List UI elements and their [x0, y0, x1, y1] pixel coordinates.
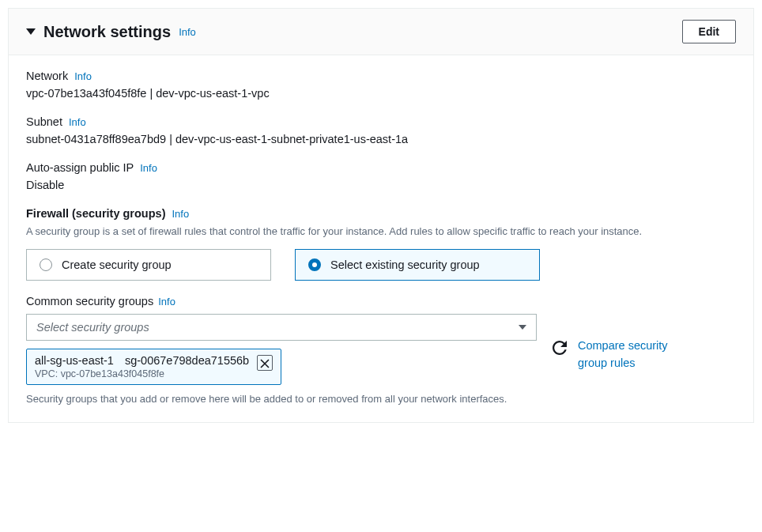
- sg-side-actions: Compare security group rules: [553, 314, 696, 372]
- firewall-info-link[interactable]: Info: [172, 208, 189, 220]
- edit-button[interactable]: Edit: [682, 20, 736, 43]
- compare-sg-rules-link[interactable]: Compare security group rules: [578, 338, 696, 372]
- public-ip-info-link[interactable]: Info: [140, 162, 157, 174]
- sg-select-row: Select security groups all-sg-us-east-1 …: [26, 314, 736, 405]
- panel-body: Network Info vpc-07be13a43f045f8fe | dev…: [9, 55, 753, 422]
- firewall-field: Firewall (security groups) Info A securi…: [26, 207, 736, 281]
- close-icon: [260, 359, 270, 368]
- select-existing-sg-label: Select existing security group: [330, 258, 480, 271]
- refresh-icon[interactable]: [553, 341, 567, 355]
- create-sg-label: Create security group: [62, 258, 172, 271]
- select-existing-sg-radio[interactable]: Select existing security group: [295, 249, 540, 281]
- sg-select-placeholder: Select security groups: [36, 321, 149, 334]
- sg-chip-remove-button[interactable]: [257, 355, 273, 371]
- sg-helper-text: Security groups that you add or remove h…: [26, 393, 537, 405]
- network-label: Network: [26, 70, 68, 82]
- panel-header: Network settings Info Edit: [9, 9, 753, 55]
- public-ip-value: Disable: [26, 179, 736, 191]
- network-settings-panel: Network settings Info Edit Network Info …: [8, 8, 754, 423]
- firewall-description: A security group is a set of firewall ru…: [26, 224, 736, 240]
- panel-title: Network settings: [43, 23, 171, 41]
- sg-select-dropdown[interactable]: Select security groups: [26, 314, 537, 341]
- collapse-caret-icon[interactable]: [26, 28, 36, 35]
- sg-chip: all-sg-us-east-1 sg-0067e798dea71556b VP…: [26, 349, 281, 385]
- create-sg-radio[interactable]: Create security group: [26, 249, 271, 281]
- sg-chip-id: sg-0067e798dea71556b: [125, 354, 249, 367]
- common-sg-info-link[interactable]: Info: [158, 296, 175, 308]
- panel-title-wrap: Network settings Info: [26, 23, 196, 41]
- sg-chip-vpc: VPC: vpc-07be13a43f045f8fe: [35, 368, 249, 379]
- firewall-label: Firewall (security groups): [26, 207, 165, 220]
- network-value: vpc-07be13a43f045f8fe | dev-vpc-us-east-…: [26, 87, 736, 100]
- subnet-label: Subnet: [26, 115, 62, 128]
- sg-chip-name: all-sg-us-east-1: [35, 354, 114, 367]
- subnet-value: subnet-0431a78ff89ea7bd9 | dev-vpc-us-ea…: [26, 133, 736, 145]
- subnet-info-link[interactable]: Info: [69, 116, 86, 128]
- common-sg-label: Common security groups: [26, 295, 153, 308]
- network-info-link[interactable]: Info: [74, 70, 92, 82]
- public-ip-field: Auto-assign public IP Info Disable: [26, 161, 736, 191]
- header-info-link[interactable]: Info: [179, 26, 196, 38]
- network-field: Network Info vpc-07be13a43f045f8fe | dev…: [26, 70, 736, 100]
- radio-icon: [308, 258, 321, 271]
- firewall-radio-group: Create security group Select existing se…: [26, 249, 736, 281]
- common-sg-section: Common security groups Info Select secur…: [26, 295, 736, 405]
- public-ip-label: Auto-assign public IP: [26, 161, 134, 174]
- radio-icon: [40, 258, 52, 271]
- chevron-down-icon: [519, 325, 526, 330]
- subnet-field: Subnet Info subnet-0431a78ff89ea7bd9 | d…: [26, 115, 736, 145]
